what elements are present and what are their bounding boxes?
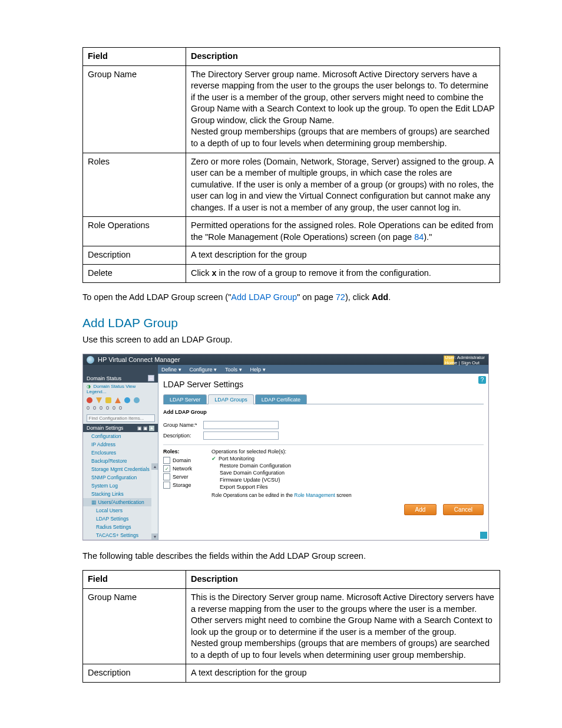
panel-title: LDAP Server Settings [163,380,484,389]
th-field: Field [83,48,186,66]
divider [163,444,484,445]
unknown-icon [134,397,140,403]
nav-backup-restore[interactable]: Backup/Restore [83,457,158,465]
scroll-up-arrow-icon[interactable]: ▴ [151,463,158,470]
cancel-button[interactable]: Cancel [443,504,484,515]
op-firmware-update: Firmware Update (VCSU) [220,477,352,483]
find-config-input[interactable] [87,414,155,422]
tabs: LDAP Server LDAP Groups LDAP Certificate [163,394,484,404]
add-button[interactable]: Add [404,504,437,515]
scroll-up-icon[interactable]: ▲ [149,426,154,431]
page-link-72[interactable]: 72 [336,292,345,302]
table-row: Roles Zero or more roles (Domain, Networ… [83,153,500,217]
status-icons [83,396,158,405]
description-input[interactable] [203,431,279,440]
section-intro: Use this screen to add an LDAP Group. [82,334,500,345]
filter-icon [96,397,102,403]
user-info: User: Administrator Home | Sign Out [445,355,485,366]
role-network[interactable]: ✓Network [163,465,199,472]
domain-status-link[interactable]: ◑ Domain Status View Legend... [83,383,158,396]
info-icon [105,397,111,403]
group-name-input[interactable] [203,421,279,429]
scroll-down-arrow-icon[interactable]: ▾ [151,533,158,540]
nav-tacacs-settings[interactable]: TACACS+ Settings [83,531,158,540]
status-counts: 000000 [83,405,158,413]
checkbox-icon [163,482,170,489]
section-heading-add-ldap-group: Add LDAP Group [82,316,500,330]
main-menu: Define ▾ Configure ▾ Tools ▾ Help ▾ [158,365,488,374]
ok-icon [124,397,130,403]
th-desc: Description [186,571,500,589]
checkbox-icon [163,473,170,480]
check-icon: ✔ [211,456,216,462]
nav-storage-creds[interactable]: Storage Mgmt Credentials [83,465,158,473]
checkbox-icon [163,457,170,464]
op-export-support: Export Support Files [220,484,352,490]
nav-stacking-links[interactable]: Stacking Links [83,490,158,498]
main-panel: ? LDAP Server Settings LDAP Server LDAP … [158,374,488,540]
description-label: Description: [163,433,203,439]
table-row: Group Name The Directory Server group na… [83,65,500,153]
role-domain[interactable]: Domain [163,457,199,464]
op-port-monitoring: ✔Port Monitoring [211,456,352,462]
menu-tools[interactable]: Tools ▾ [225,367,242,373]
nav-enclosures[interactable]: Enclosures [83,449,158,457]
form-heading: Add LDAP Group [163,409,484,415]
table-row: Description A text description for the g… [83,664,500,683]
warning-icon [115,397,121,403]
page-link-84[interactable]: 84 [414,232,424,242]
field-description-table-1: Field Description Group Name The Directo… [82,47,500,283]
help-icon[interactable]: ? [478,376,486,384]
tab-ldap-server[interactable]: LDAP Server [163,394,207,404]
expand2-icon[interactable]: ▣ [143,426,148,431]
table-row: Group Name This is the Directory Server … [83,589,500,664]
table-row: Role Operations Permitted operations for… [83,217,500,246]
expand-icon[interactable]: ▣ [137,426,142,431]
table2-intro: The following table describes the fields… [82,550,500,562]
sidebar: Domain Status − ◑ Domain Status View Leg… [83,374,158,540]
resize-icon[interactable] [480,532,487,539]
role-management-link[interactable]: Role Management [294,492,335,498]
hp-logo-icon [87,356,94,364]
nav-ip-address[interactable]: IP Address [83,440,158,449]
th-desc: Description [186,48,500,66]
tab-ldap-certificate[interactable]: LDAP Certificate [255,394,307,404]
op-save-domain: Save Domain Configuration [220,470,352,476]
nav-system-log[interactable]: System Log [83,482,158,490]
vcm-screenshot: HP Virtual Connect Manager User: Adminis… [82,354,489,541]
open-add-ldap-text: To open the Add LDAP Group screen ("Add … [82,291,500,303]
nav-snmp[interactable]: SNMP Configuration [83,473,158,482]
ops-heading: Operations for selected Role(s): [211,449,352,454]
role-ops-note: Role Operations can be edited in the Rol… [211,492,352,498]
menu-configure[interactable]: Configure ▾ [190,367,217,373]
app-title: HP Virtual Connect Manager [98,356,180,363]
home-link[interactable]: Home [445,360,457,365]
nav-configuration[interactable]: Configuration [83,432,158,440]
checkbox-icon: ✓ [163,465,170,472]
nav-local-users[interactable]: Local Users [83,506,158,515]
add-ldap-group-link[interactable]: Add LDAP Group [231,292,297,302]
tab-ldap-groups[interactable]: LDAP Groups [208,394,253,404]
th-field: Field [83,571,186,589]
table-row: Delete Click x in the row of a group to … [83,265,500,283]
nav-ldap-settings[interactable]: LDAP Settings [83,515,158,523]
group-name-label: Group Name:* [163,422,203,428]
menu-help[interactable]: Help ▾ [250,367,266,373]
collapse-icon[interactable]: − [148,375,154,381]
op-restore-domain: Restore Domain Configuration [220,463,352,469]
table-row: Description A text description for the g… [83,246,500,265]
domain-settings-header: Domain Settings ▣ ▣ ▲ [83,424,158,432]
sign-out-link[interactable]: Sign Out [461,360,480,365]
nav-users-auth[interactable]: ▦ Users/Authentication [83,498,158,506]
role-server[interactable]: Server [163,473,199,480]
roles-heading: Roles: [163,449,199,454]
error-icon [87,397,92,403]
domain-status-header: Domain Status − [83,374,158,383]
sidebar-scrollbar[interactable]: ▴ ▾ [151,463,158,540]
menu-define[interactable]: Define ▾ [161,367,181,373]
field-description-table-2: Field Description Group Name This is the… [82,570,500,683]
app-titlebar: HP Virtual Connect Manager User: Adminis… [83,354,488,365]
role-storage[interactable]: Storage [163,482,199,489]
nav-radius-settings[interactable]: Radius Settings [83,523,158,531]
